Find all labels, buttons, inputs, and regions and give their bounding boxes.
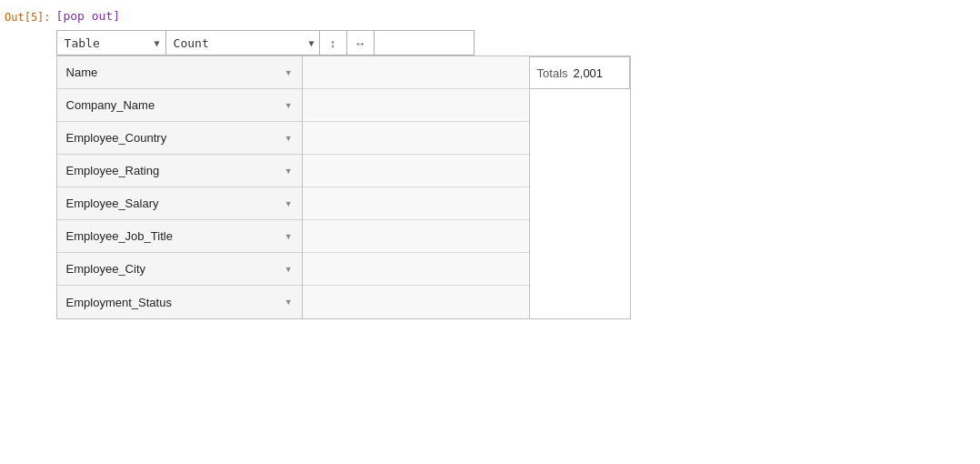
row-header-label: Name (66, 66, 281, 79)
table-select[interactable]: Table (56, 30, 165, 55)
content-block: [pop out] Table ▼ Count ▼ ↕ ↔ (56, 9, 631, 319)
totals-header-cell: Totals 2,001 (530, 56, 630, 89)
data-cell (303, 286, 529, 318)
row-header-sort-icon: ▼ (285, 101, 293, 110)
row-header-label: Employee_Country (66, 131, 281, 145)
resize-button[interactable]: ↔ (347, 30, 375, 55)
row-header-sort-icon: ▼ (285, 166, 293, 176)
data-cell (303, 253, 529, 286)
out-label: Out[5]: (5, 9, 56, 24)
data-cell (303, 220, 529, 253)
row-header-item[interactable]: Name▼ (57, 56, 302, 89)
row-header-label: Employee_Rating (66, 164, 281, 177)
toolbar-spacer (375, 30, 475, 55)
row-header-sort-icon: ▼ (285, 232, 293, 241)
row-header-sort-icon: ▼ (285, 68, 293, 77)
row-headers: Name▼Company_Name▼Employee_Country▼Emplo… (57, 56, 303, 318)
row-header-sort-icon: ▼ (285, 265, 293, 274)
row-header-sort-icon: ▼ (285, 298, 293, 307)
row-header-label: Employee_City (66, 262, 281, 276)
toolbar: Table ▼ Count ▼ ↕ ↔ (56, 30, 475, 55)
table-container: Name▼Company_Name▼Employee_Country▼Emplo… (56, 55, 631, 319)
row-header-item[interactable]: Employee_Rating▼ (57, 155, 302, 187)
row-header-item[interactable]: Employee_Job_Title▼ (57, 220, 302, 253)
data-cell (303, 122, 529, 155)
count-select-wrapper: Count ▼ (165, 30, 320, 55)
row-header-item[interactable]: Employee_Country▼ (57, 122, 302, 155)
totals-value: 2,001 (574, 66, 604, 80)
data-cell (303, 89, 529, 122)
row-header-label: Company_Name (66, 98, 281, 112)
row-header-item[interactable]: Employee_Salary▼ (57, 187, 302, 220)
sort-button[interactable]: ↕ (320, 30, 347, 55)
data-cell (303, 56, 529, 89)
row-header-item[interactable]: Employment_Status▼ (57, 286, 302, 318)
data-cell (303, 155, 529, 187)
pop-out-link[interactable]: [pop out] (56, 9, 120, 23)
data-column (303, 56, 530, 318)
row-header-item[interactable]: Employee_City▼ (57, 253, 302, 286)
resize-icon: ↔ (355, 36, 366, 50)
row-header-label: Employee_Job_Title (66, 229, 281, 243)
totals-column: Totals 2,001 (530, 56, 630, 318)
row-header-label: Employment_Status (66, 296, 281, 309)
count-select[interactable]: Count (165, 30, 320, 55)
table-select-wrapper: Table ▼ (56, 30, 165, 55)
row-header-sort-icon: ▼ (285, 134, 293, 143)
row-header-sort-icon: ▼ (285, 199, 293, 208)
row-header-label: Employee_Salary (66, 197, 281, 210)
sort-icon: ↕ (330, 36, 336, 50)
row-header-item[interactable]: Company_Name▼ (57, 89, 302, 122)
output-area: Out[5]: [pop out] Table ▼ Count ▼ ↕ ↔ (0, 0, 980, 319)
data-cell (303, 187, 529, 220)
totals-label: Totals (537, 66, 568, 80)
